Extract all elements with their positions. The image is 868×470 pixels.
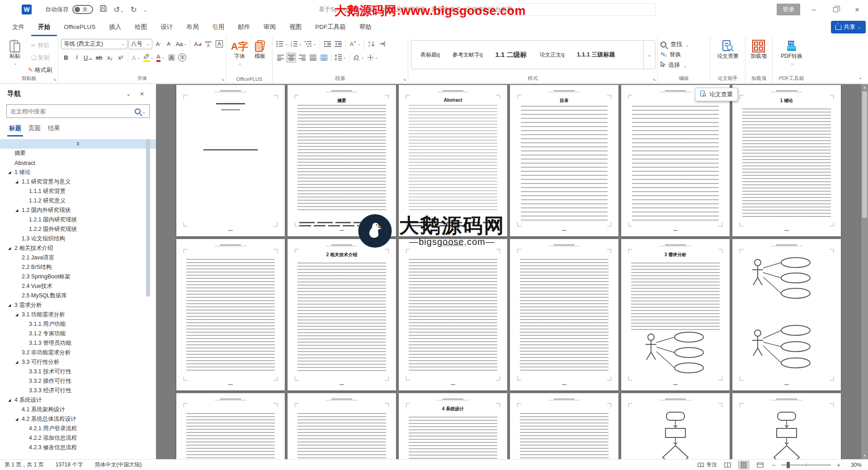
language-indicator[interactable]: 简体中文(中国大陆) <box>94 461 142 469</box>
style-chip[interactable]: 表标题q <box>414 51 446 59</box>
redo-icon[interactable]: ↻ <box>130 5 137 14</box>
close-button[interactable]: ✕ <box>846 0 868 19</box>
login-button[interactable]: 登录 <box>777 4 800 15</box>
character-shading-button[interactable]: A <box>166 52 176 63</box>
undo-caret-icon[interactable] <box>120 5 124 14</box>
font-dialog-launcher[interactable] <box>221 77 225 82</box>
nav-tree-item[interactable]: 3.1.1 用户功能 <box>0 320 156 329</box>
show-marks-icon[interactable] <box>377 39 387 49</box>
scroll-down-icon[interactable]: ▼ <box>861 454 868 458</box>
ribbon-tab[interactable]: 帮助 <box>353 19 378 36</box>
highlight-button[interactable] <box>142 52 155 63</box>
nav-tree-item[interactable]: ⊼ <box>0 139 156 149</box>
nav-tree-item[interactable]: 4.2.1 用户登录流程 <box>0 424 156 433</box>
select-caret-icon[interactable] <box>683 62 687 69</box>
ribbon-tab[interactable]: 视图 <box>283 19 308 36</box>
shrink-font-button[interactable]: Aˇ <box>164 39 174 49</box>
page-thumbnail[interactable] <box>621 393 730 459</box>
nav-tree-item[interactable]: 3.1 功能需求分析 <box>0 310 156 320</box>
style-chip[interactable]: 参考文献字q <box>446 51 489 59</box>
nav-tree-item[interactable]: Abstract <box>0 158 156 168</box>
copy-button[interactable]: ❏ 复制 <box>27 52 53 63</box>
nav-tree-item[interactable]: 3.1.2 专家功能 <box>0 329 156 338</box>
nav-tree-item[interactable]: 4.1 系统架构设计 <box>0 405 156 414</box>
nav-tree-item[interactable]: 3.3.2 操作可行性 <box>0 376 156 386</box>
undo-icon[interactable]: ↺ <box>113 5 124 14</box>
nav-tree-item[interactable]: 2 相关技术介绍 <box>0 244 156 253</box>
align-right-icon[interactable] <box>297 52 307 63</box>
nav-tree-item[interactable]: 2.1 Java语言 <box>0 253 156 263</box>
ribbon-tab[interactable]: 布局 <box>179 19 205 36</box>
zoom-in-button[interactable]: + <box>835 461 842 469</box>
paste-caret-icon[interactable] <box>13 60 17 67</box>
ribbon-tab[interactable]: OfficePLUS <box>57 19 102 36</box>
addins-button[interactable]: 加载项 <box>748 38 769 60</box>
line-spacing-icon[interactable] <box>334 52 347 63</box>
page-thumbnail[interactable] <box>510 239 618 390</box>
find-caret-icon[interactable] <box>685 41 689 48</box>
nav-search-box[interactable] <box>6 104 150 118</box>
nav-tree-item[interactable]: 1.2 国内外研究现状 <box>0 206 156 215</box>
collapse-ribbon-icon[interactable] <box>859 75 863 80</box>
customize-qat-icon[interactable] <box>143 5 147 14</box>
expand-triangle-icon[interactable] <box>8 303 14 307</box>
nav-tree-item[interactable]: 3.2 非功能需求分析 <box>0 348 156 357</box>
nav-tree-item[interactable]: 1.1 研究背景与意义 <box>0 177 156 187</box>
print-layout-button[interactable] <box>738 461 750 470</box>
page-thumbnail[interactable] <box>176 239 285 390</box>
italic-button[interactable]: I <box>72 52 82 63</box>
nav-scrollbar-thumb[interactable] <box>146 139 150 296</box>
ribbon-tab[interactable]: 邮件 <box>231 19 257 36</box>
read-mode-button[interactable] <box>722 461 733 470</box>
nav-tab[interactable]: 结果 <box>46 124 62 136</box>
styles-gallery-expand-icon[interactable]: ⌄ <box>643 41 655 69</box>
clear-formatting-button[interactable]: A◢ <box>193 39 203 49</box>
shading-icon[interactable] <box>352 52 366 63</box>
nav-tree-item[interactable]: 2.4 Vue技术 <box>0 282 156 291</box>
select-button[interactable]: 选择 <box>660 61 708 70</box>
nav-tab[interactable]: 标题 <box>7 124 23 136</box>
page-thumbnail[interactable] <box>176 393 285 459</box>
asian-layout-icon[interactable]: A <box>348 39 362 49</box>
font-family-select[interactable]: 等线 (西文正文) <box>61 39 127 49</box>
document-scrollbar[interactable]: ▲ ▼ <box>861 84 868 459</box>
nav-tree-item[interactable]: 2.2 B/S结构 <box>0 263 156 272</box>
document-scrollbar-thumb[interactable] <box>862 91 867 218</box>
ribbon-tab[interactable]: PDF工具箱 <box>308 19 353 36</box>
nav-search-input[interactable] <box>10 108 135 115</box>
ribbon-tab[interactable]: 绘图 <box>128 19 154 36</box>
officeplus-template-button[interactable]: 模板 <box>250 38 271 67</box>
nav-tree-item[interactable]: 1 绪论 <box>0 168 156 177</box>
save-icon[interactable] <box>99 5 107 14</box>
page-thumbnail[interactable] <box>399 239 507 390</box>
nav-tree-item[interactable]: 4 系统设计 <box>0 395 156 405</box>
nav-tree-item[interactable]: 4.2.3 修改信息流程 <box>0 443 156 452</box>
distribute-icon[interactable] <box>319 52 329 63</box>
nav-tree-item[interactable]: 1.2.1 国内研究现状 <box>0 215 156 225</box>
find-button[interactable]: 查找 <box>660 40 708 49</box>
nav-tree-item[interactable]: 3.3 可行性分析 <box>0 357 156 367</box>
sort-icon[interactable]: AZ <box>367 39 377 49</box>
focus-mode-button[interactable]: 专注 <box>698 461 717 469</box>
page-thumbnail[interactable]: 目录 <box>510 85 618 236</box>
document-area[interactable]: 摘要 <box>156 84 868 459</box>
page-thumbnail[interactable]: Abstract <box>399 85 507 236</box>
nav-tree-item[interactable]: 3.1.3 管理员功能 <box>0 338 156 348</box>
nav-tree-item[interactable]: 1.1.1 研究背景 <box>0 187 156 196</box>
ribbon-tab[interactable]: 引用 <box>205 19 231 36</box>
style-chip[interactable]: 1.1.1 三级标题 <box>571 51 622 59</box>
ribbon-tab[interactable]: 文件 <box>5 19 31 36</box>
character-border-button[interactable]: A <box>214 39 224 49</box>
pdf-convert-caret-icon[interactable] <box>789 60 794 67</box>
expand-triangle-icon[interactable] <box>8 170 14 174</box>
zoom-out-button[interactable]: − <box>770 461 777 469</box>
nav-tree-item[interactable]: 2.3 SpringBoot框架 <box>0 272 156 282</box>
font-color-button[interactable]: A <box>156 52 165 63</box>
nav-tab[interactable]: 页面 <box>27 124 42 136</box>
search-caret-icon[interactable] <box>142 107 146 115</box>
page-thumbnail[interactable] <box>732 239 841 390</box>
word-app-icon[interactable]: W <box>22 5 32 14</box>
increase-indent-icon[interactable] <box>333 39 343 49</box>
style-chip[interactable]: 论文正文q <box>533 51 571 59</box>
cut-button[interactable]: ✂ 剪切 <box>27 40 53 51</box>
